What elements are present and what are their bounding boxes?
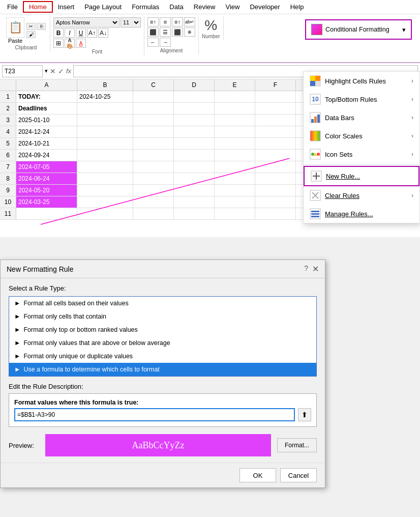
cell-c2[interactable] bbox=[133, 103, 174, 114]
font-name-select[interactable]: Aptos Narrow bbox=[53, 17, 119, 27]
cell-a9[interactable]: 2024-05-20 bbox=[16, 185, 77, 196]
font-color-button[interactable]: A bbox=[76, 39, 86, 48]
cell-b11[interactable] bbox=[77, 208, 133, 219]
cell-f5[interactable] bbox=[255, 138, 296, 149]
cell-d1[interactable] bbox=[174, 91, 215, 102]
rule-item-5[interactable]: ► Use a formula to determine which cells… bbox=[9, 363, 316, 376]
manage-rules-item[interactable]: Manage Rules... bbox=[304, 205, 419, 223]
cell-a1[interactable]: TODAY: bbox=[16, 91, 77, 102]
rule-item-2[interactable]: ► Format only top or bottom ranked value… bbox=[9, 323, 316, 336]
align-top-left[interactable]: ≡↑ bbox=[147, 17, 159, 26]
copy-icon[interactable]: ⎘ bbox=[37, 23, 46, 30]
name-box[interactable] bbox=[2, 65, 43, 77]
cell-d6[interactable] bbox=[174, 150, 215, 161]
cell-f10[interactable] bbox=[255, 196, 296, 208]
cell-c7[interactable] bbox=[133, 161, 174, 173]
bold-button[interactable]: B bbox=[53, 28, 64, 38]
cell-a3[interactable]: 2025-01-10 bbox=[16, 114, 77, 126]
cell-e7[interactable] bbox=[215, 161, 255, 173]
cell-f3[interactable] bbox=[255, 114, 296, 126]
cell-a7[interactable]: 2024-07-05 bbox=[16, 161, 77, 173]
cell-a11[interactable] bbox=[16, 208, 77, 219]
cell-c4[interactable] bbox=[133, 126, 174, 137]
align-right[interactable]: ⬛ bbox=[172, 27, 183, 37]
borders-button[interactable]: ⊞ bbox=[53, 39, 64, 48]
clear-rules-item[interactable]: Clear Rules › bbox=[304, 186, 419, 205]
font-size-select[interactable]: 11 bbox=[121, 17, 141, 27]
color-scales-item[interactable]: Color Scales › bbox=[304, 127, 419, 145]
cell-b5[interactable] bbox=[77, 138, 133, 149]
cell-d8[interactable] bbox=[174, 173, 215, 184]
col-header-a[interactable]: A bbox=[16, 79, 77, 91]
cell-e10[interactable] bbox=[215, 196, 255, 208]
cell-a10[interactable]: 2024-03-25 bbox=[16, 196, 77, 208]
paste-button[interactable]: 📋 Paste bbox=[6, 17, 24, 44]
cell-f11[interactable] bbox=[255, 208, 296, 219]
cell-d7[interactable] bbox=[174, 161, 215, 173]
menu-help[interactable]: Help bbox=[285, 2, 309, 12]
rule-item-3[interactable]: ► Format only values that are above or b… bbox=[9, 336, 316, 350]
cell-b6[interactable] bbox=[77, 150, 133, 161]
cell-d2[interactable] bbox=[174, 103, 215, 114]
col-header-c[interactable]: C bbox=[133, 79, 174, 91]
icon-sets-item[interactable]: Icon Sets › bbox=[304, 145, 419, 163]
cell-a5[interactable]: 2024-10-21 bbox=[16, 138, 77, 149]
rule-item-0[interactable]: ► Format all cells based on their values bbox=[9, 297, 316, 310]
menu-view[interactable]: View bbox=[220, 2, 245, 12]
cell-b9[interactable] bbox=[77, 185, 133, 196]
font-size-decrease[interactable]: A↓ bbox=[98, 28, 108, 38]
col-header-d[interactable]: D bbox=[174, 79, 215, 91]
font-size-increase[interactable]: A↑ bbox=[87, 28, 97, 38]
cell-a4[interactable]: 2024-12-24 bbox=[16, 126, 77, 137]
cell-e3[interactable] bbox=[215, 114, 255, 126]
cell-b3[interactable] bbox=[77, 114, 133, 126]
confirm-formula-icon[interactable]: ✓ bbox=[58, 67, 64, 75]
cell-b1[interactable]: 2024-10-25 bbox=[77, 91, 133, 102]
cell-d4[interactable] bbox=[174, 126, 215, 137]
data-bars-item[interactable]: Data Bars › bbox=[304, 108, 419, 127]
cell-e9[interactable] bbox=[215, 185, 255, 196]
top-bottom-rules-item[interactable]: 10 Top/Bottom Rules › bbox=[304, 90, 419, 108]
rule-item-4[interactable]: ► Format only unique or duplicate values bbox=[9, 350, 316, 363]
format-button[interactable]: Format... bbox=[277, 438, 317, 452]
indent-increase[interactable]: → bbox=[160, 38, 171, 47]
menu-file[interactable]: File bbox=[2, 2, 23, 12]
formula-text-input[interactable] bbox=[14, 408, 295, 421]
cancel-formula-icon[interactable]: ✕ bbox=[50, 67, 56, 75]
cell-f4[interactable] bbox=[255, 126, 296, 137]
cell-b7[interactable] bbox=[77, 161, 133, 173]
cut-icon[interactable]: ✂ bbox=[26, 23, 36, 30]
menu-home[interactable]: Home bbox=[23, 1, 53, 13]
cell-b10[interactable] bbox=[77, 196, 133, 208]
cell-e6[interactable] bbox=[215, 150, 255, 161]
wrap-text[interactable]: ab↵ bbox=[184, 17, 195, 26]
cell-d10[interactable] bbox=[174, 196, 215, 208]
cell-e8[interactable] bbox=[215, 173, 255, 184]
menu-developer[interactable]: Developer bbox=[245, 2, 285, 12]
menu-review[interactable]: Review bbox=[189, 2, 221, 12]
col-header-b[interactable]: B bbox=[77, 79, 133, 91]
conditional-formatting-button[interactable]: Conditional Formatting ▾ bbox=[305, 19, 412, 40]
cell-b2[interactable] bbox=[77, 103, 133, 114]
menu-data[interactable]: Data bbox=[164, 2, 188, 12]
cell-f1[interactable] bbox=[255, 91, 296, 102]
cell-d11[interactable] bbox=[174, 208, 215, 219]
cell-e11[interactable] bbox=[215, 208, 255, 219]
fill-color-button[interactable]: A🎨 bbox=[65, 39, 75, 48]
cell-c10[interactable] bbox=[133, 196, 174, 208]
underline-button[interactable]: U bbox=[76, 28, 86, 38]
cell-a6[interactable]: 2024-09-24 bbox=[16, 150, 77, 161]
cell-d9[interactable] bbox=[174, 185, 215, 196]
menu-formulas[interactable]: Formulas bbox=[127, 2, 164, 12]
align-center[interactable]: ☰ bbox=[160, 27, 171, 37]
cell-e5[interactable] bbox=[215, 138, 255, 149]
indent-decrease[interactable]: ← bbox=[147, 38, 159, 47]
cell-f6[interactable] bbox=[255, 150, 296, 161]
cell-c5[interactable] bbox=[133, 138, 174, 149]
align-left[interactable]: ⬛ bbox=[147, 27, 159, 37]
cell-b8[interactable] bbox=[77, 173, 133, 184]
formula-upload-button[interactable]: ⬆ bbox=[298, 408, 311, 421]
align-top-center[interactable]: ≡ bbox=[160, 17, 171, 26]
col-header-f[interactable]: F bbox=[255, 79, 296, 91]
cell-e1[interactable] bbox=[215, 91, 255, 102]
